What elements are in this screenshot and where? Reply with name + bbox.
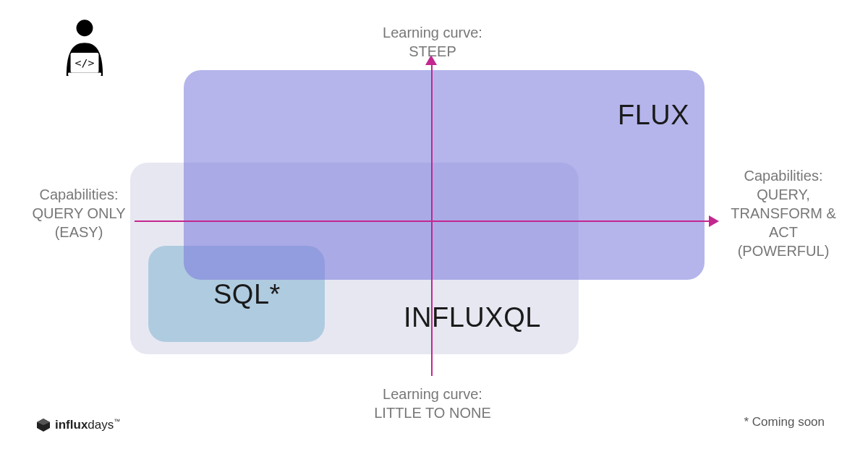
diagram-stage: </> FLUX INFLUXQL SQL* Learning curve: S… [0, 0, 868, 454]
developer-icon: </> [56, 18, 113, 79]
logo-mark-icon [36, 418, 51, 432]
x-axis [135, 220, 710, 222]
svg-point-0 [77, 20, 93, 36]
footnote: * Coming soon [744, 415, 825, 429]
svg-text:</>: </> [75, 56, 95, 69]
x-axis-arrow-right [709, 215, 719, 227]
y-label-top: Learning curve: STEEP [360, 23, 505, 61]
y-label-bottom: Learning curve: LITTLE TO NONE [360, 385, 505, 422]
label-flux: FLUX [618, 100, 689, 131]
influxdays-logo: influxdays™ [36, 418, 120, 432]
x-label-right: Capabilities: QUERY, TRANSFORM & ACT (PO… [722, 166, 845, 260]
svg-rect-2 [68, 72, 101, 76]
label-influxql: INFLUXQL [404, 302, 541, 333]
x-label-left: Capabilities: QUERY ONLY (EASY) [22, 185, 136, 241]
label-sql: SQL* [213, 279, 281, 310]
logo-text: influxdays™ [55, 418, 120, 432]
